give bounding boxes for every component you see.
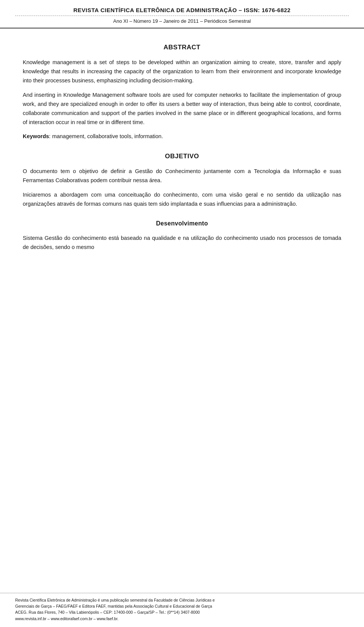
abstract-title: ABSTRACT <box>23 44 341 51</box>
objetivo-section: OBJETIVO O documento tem o objetivo de d… <box>23 153 341 209</box>
footer-line3: ACEG. Rua das Flores, 740 – Vila Labienó… <box>15 610 200 614</box>
desenvolvimento-title: Desenvolvimento <box>23 220 341 227</box>
header-divider <box>15 16 349 16</box>
desenvolvimento-section: Desenvolvimento Sistema Gestão do conhec… <box>23 220 341 252</box>
footer-line1: Revista Científica Eletrônica de Adminis… <box>15 598 215 602</box>
desenvolvimento-paragraph-1: Sistema Gestão do conhecimento está base… <box>23 234 341 252</box>
objetivo-paragraph-1: O documento tem o objetivo de definir a … <box>23 167 341 185</box>
footer: Revista Científica Eletrônica de Adminis… <box>0 593 364 627</box>
abstract-paragraph-1: Knowledge management is a set of steps t… <box>23 58 341 85</box>
journal-title: REVISTA CIENTÍFICA ELETRÔNICA DE ADMINIS… <box>15 7 349 13</box>
abstract-paragraph-2: And inserting in Knowledge Management so… <box>23 91 341 127</box>
footer-line2: Gerenciais de Garça – FAEG/FAEF e Editor… <box>15 604 212 608</box>
header: REVISTA CIENTÍFICA ELETRÔNICA DE ADMINIS… <box>0 0 364 28</box>
page: REVISTA CIENTÍFICA ELETRÔNICA DE ADMINIS… <box>0 0 364 627</box>
keywords-label: Keywords <box>23 133 49 139</box>
main-content: ABSTRACT Knowledge management is a set o… <box>0 28 364 265</box>
keywords-values: management, collaborative tools, informa… <box>52 133 163 139</box>
abstract-section: ABSTRACT Knowledge management is a set o… <box>23 44 341 141</box>
footer-text: Revista Científica Eletrônica de Adminis… <box>15 597 349 622</box>
objetivo-paragraph-2: Iniciaremos a abordagem com uma conceitu… <box>23 191 341 209</box>
objetivo-title: OBJETIVO <box>23 153 341 160</box>
journal-subtitle: Ano XI – Número 19 – Janeiro de 2011 – P… <box>15 18 349 24</box>
keywords-line: Keywords: management, collaborative tool… <box>23 132 341 141</box>
footer-line4: www.revista.inf.br – www.editorafaef.com… <box>15 616 119 621</box>
